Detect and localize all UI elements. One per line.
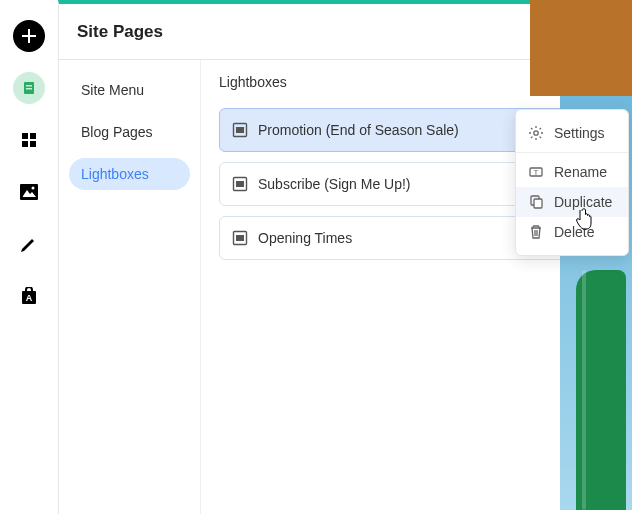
svg-rect-5 [22,141,28,147]
svg-rect-3 [22,133,28,139]
tab-lightboxes[interactable]: Lightboxes [69,158,190,190]
menu-item-rename[interactable]: T Rename [516,157,628,187]
menu-item-duplicate[interactable]: Duplicate [516,187,628,217]
menu-item-settings[interactable]: Settings [516,118,628,148]
svg-rect-23 [236,235,244,241]
design-icon[interactable] [13,228,45,260]
menu-item-delete[interactable]: Delete [516,217,628,247]
lightbox-item-label: Promotion (End of Season Sale) [258,122,459,138]
add-icon[interactable] [13,20,45,52]
apps-icon[interactable] [13,124,45,156]
pages-icon[interactable] [13,72,45,104]
svg-rect-1 [26,85,32,87]
canvas-preview [530,0,632,514]
svg-point-24 [534,131,538,135]
lightbox-item-label: Opening Times [258,230,352,246]
panel-tabs: Site Menu Blog Pages Lightboxes [59,60,201,514]
section-title: Lightboxes [219,74,287,90]
menu-item-label: Delete [554,224,594,240]
menu-item-label: Rename [554,164,607,180]
svg-rect-4 [30,133,36,139]
app-market-icon[interactable]: A [13,280,45,312]
menu-item-label: Duplicate [554,194,612,210]
left-toolbar: A [0,0,58,514]
menu-item-label: Settings [554,125,605,141]
duplicate-icon [528,194,544,210]
media-icon[interactable] [13,176,45,208]
svg-rect-7 [20,184,38,200]
svg-rect-21 [236,181,244,187]
svg-text:A: A [26,293,33,303]
context-menu: Settings T Rename Duplicate Delete [515,109,629,256]
lightbox-item-label: Subscribe (Sign Me Up!) [258,176,411,192]
svg-rect-6 [30,141,36,147]
lightbox-icon [232,176,248,192]
gear-icon [528,125,544,141]
svg-rect-2 [26,88,32,90]
svg-rect-28 [534,199,542,208]
trash-icon [528,224,544,240]
lightbox-icon [232,122,248,138]
svg-text:T: T [534,168,539,177]
rename-icon: T [528,164,544,180]
panel-title: Site Pages [77,22,163,42]
tab-blog-pages[interactable]: Blog Pages [69,116,190,148]
svg-point-9 [32,187,35,190]
svg-rect-16 [236,127,244,133]
lightbox-icon [232,230,248,246]
tab-site-menu[interactable]: Site Menu [69,74,190,106]
